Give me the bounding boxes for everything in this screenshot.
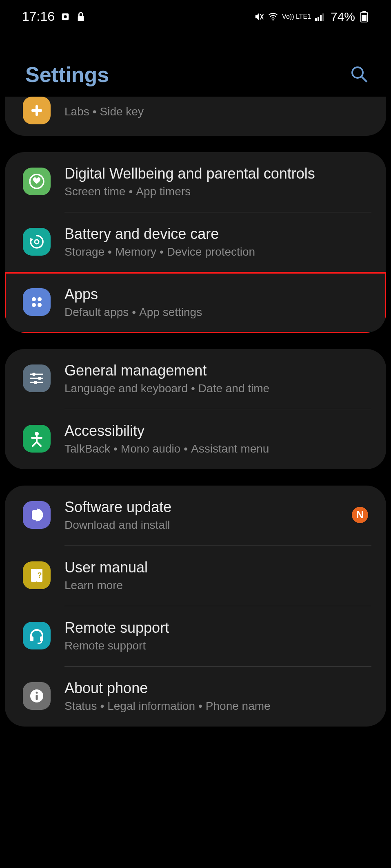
page-title: Settings	[25, 62, 109, 87]
row-subtitle-part: Labs	[64, 105, 89, 118]
page-header: Settings	[0, 30, 391, 99]
row-subtitle-part: Status	[64, 700, 97, 712]
separator-dot: •	[132, 306, 136, 318]
settings-group: Advanced featuresLabs•Side key	[5, 97, 386, 136]
settings-row-remote-support[interactable]: Remote supportRemote support	[5, 606, 386, 666]
row-title: Battery and device care	[64, 225, 366, 243]
svg-rect-2	[78, 16, 84, 21]
row-subtitle: TalkBack•Mono audio•Assistant menu	[64, 442, 366, 455]
row-subtitle-part: Learn more	[64, 579, 123, 592]
svg-rect-7	[318, 17, 319, 21]
row-subtitle-part: Language and keyboard	[64, 382, 188, 395]
row-subtitle-part: Mono audio	[121, 442, 180, 455]
search-button[interactable]	[349, 64, 369, 85]
status-bar: 17:16 Vo)) LTE1 74%	[0, 0, 391, 30]
settings-row-user-manual[interactable]: ?User manualLearn more	[5, 546, 386, 606]
row-text: Advanced featuresLabs•Side key	[64, 103, 374, 118]
lock-icon	[76, 12, 86, 22]
notification-badge: N	[352, 507, 368, 523]
settings-row-advanced-features[interactable]: Advanced featuresLabs•Side key	[5, 97, 386, 136]
svg-text:?: ?	[38, 571, 42, 579]
svg-rect-6	[315, 18, 317, 21]
wifi-icon	[268, 12, 278, 22]
row-text: About phoneStatus•Legal information•Phon…	[64, 679, 374, 713]
row-text: Remote supportRemote support	[64, 618, 374, 652]
row-subtitle-part: App timers	[136, 185, 191, 198]
svg-rect-8	[320, 15, 322, 21]
separator-dot: •	[129, 185, 133, 198]
row-text: AppsDefault apps•App settings	[64, 285, 374, 319]
svg-point-18	[35, 240, 39, 244]
row-text: Software updateDownload and install	[64, 498, 338, 532]
svg-rect-16	[31, 109, 42, 112]
row-subtitle-part: Memory	[115, 245, 156, 258]
settings-row-apps[interactable]: AppsDefault apps•App settings	[5, 273, 386, 333]
info-icon	[23, 682, 51, 710]
battery-percent: 74%	[331, 10, 355, 24]
settings-row-digital-wellbeing-and-parental-controls[interactable]: Digital Wellbeing and parental controlsS…	[5, 152, 386, 212]
row-text: Battery and device careStorage•Memory•De…	[64, 225, 374, 258]
svg-point-27	[38, 377, 41, 380]
svg-point-25	[32, 373, 36, 376]
settings-row-accessibility[interactable]: AccessibilityTalkBack•Mono audio•Assista…	[5, 409, 386, 469]
download-arrow-icon	[23, 501, 51, 529]
row-title: Software update	[64, 498, 330, 516]
settings-group: General managementLanguage and keyboard•…	[5, 349, 386, 469]
svg-rect-41	[40, 636, 43, 641]
row-title: About phone	[64, 679, 366, 697]
row-subtitle-part: Date and time	[198, 382, 269, 395]
svg-line-34	[37, 442, 41, 446]
sliders-icon	[23, 364, 51, 392]
row-subtitle-part: App settings	[139, 306, 202, 318]
svg-point-21	[38, 297, 42, 301]
svg-line-33	[33, 442, 37, 446]
separator-dot: •	[100, 700, 104, 712]
row-subtitle: Labs•Side key	[64, 105, 366, 118]
row-subtitle: Status•Legal information•Phone name	[64, 700, 366, 713]
row-subtitle-part: Screen time	[64, 185, 125, 198]
row-subtitle-part: Storage	[64, 245, 104, 258]
row-subtitle-part: Legal information	[107, 700, 195, 712]
row-subtitle: Remote support	[64, 639, 366, 652]
row-subtitle: Download and install	[64, 519, 330, 532]
row-title: User manual	[64, 558, 366, 576]
row-text: User manualLearn more	[64, 558, 374, 592]
signal-icon	[315, 12, 325, 22]
svg-point-22	[32, 303, 36, 307]
headset-icon	[23, 622, 51, 649]
row-title: Apps	[64, 285, 366, 303]
row-subtitle-part: TalkBack	[64, 442, 110, 455]
separator-dot: •	[93, 105, 97, 118]
row-text: General managementLanguage and keyboard•…	[64, 361, 374, 395]
row-subtitle: Storage•Memory•Device protection	[64, 245, 366, 258]
settings-group: Software updateDownload and installN?Use…	[5, 486, 386, 727]
svg-point-23	[38, 303, 42, 307]
row-title: Digital Wellbeing and parental controls	[64, 164, 366, 183]
row-subtitle-part: Default apps	[64, 306, 129, 318]
separator-dot: •	[160, 245, 164, 258]
settings-row-battery-and-device-care[interactable]: Battery and device careStorage•Memory•De…	[5, 212, 386, 272]
row-text: Digital Wellbeing and parental controlsS…	[64, 164, 374, 198]
settings-row-software-update[interactable]: Software updateDownload and installN	[5, 486, 386, 546]
svg-rect-40	[30, 636, 33, 641]
person-icon	[23, 425, 51, 453]
svg-line-14	[362, 77, 367, 82]
row-subtitle-part: Side key	[100, 105, 144, 118]
row-subtitle-part: Phone name	[206, 700, 271, 712]
row-subtitle: Screen time•App timers	[64, 185, 366, 198]
svg-rect-37	[31, 569, 37, 582]
clock: 17:16	[22, 9, 55, 24]
separator-dot: •	[113, 442, 118, 455]
settings-row-about-phone[interactable]: About phoneStatus•Legal information•Phon…	[5, 667, 386, 727]
svg-point-29	[34, 381, 37, 384]
svg-rect-35	[32, 510, 42, 520]
app-notification-icon	[60, 12, 70, 22]
mute-vibrate-icon	[254, 12, 264, 22]
row-subtitle-part: Assistant menu	[191, 442, 269, 455]
book-icon: ?	[23, 561, 51, 589]
network-type-label: Vo)) LTE1	[282, 13, 311, 20]
separator-dot: •	[191, 382, 195, 395]
settings-group: Digital Wellbeing and parental controlsS…	[5, 152, 386, 333]
settings-row-general-management[interactable]: General managementLanguage and keyboard•…	[5, 349, 386, 409]
row-subtitle: Learn more	[64, 579, 366, 592]
